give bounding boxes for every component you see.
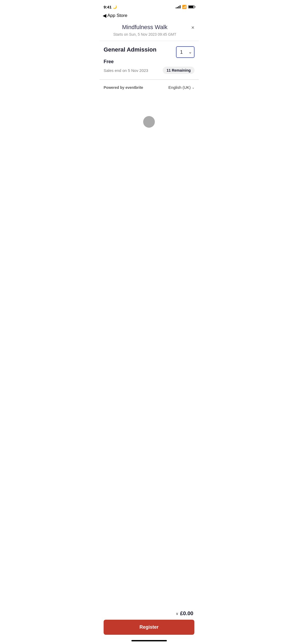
status-right: 📶 xyxy=(176,5,195,9)
signal-bar-3 xyxy=(178,6,179,8)
status-time: 9:41 xyxy=(104,5,112,9)
ticket-sales-row: Sales end on 5 Nov 2023 11 Remaining xyxy=(104,67,195,74)
footer-info: Powered by eventbrite English (UK) ⌄ xyxy=(100,80,199,95)
close-button[interactable]: × xyxy=(191,25,195,30)
status-bar: 9:41 🌙 📶 xyxy=(100,0,199,12)
language-label: English (UK) xyxy=(168,85,191,90)
signal-bars xyxy=(176,5,180,8)
ticket-sales-end: Sales end on 5 Nov 2023 xyxy=(104,68,148,73)
wifi-icon: 📶 xyxy=(182,5,187,9)
battery-icon xyxy=(188,5,195,8)
powered-by-prefix: Powered by xyxy=(104,85,125,90)
page-subtitle: Starts on Sun, 5 Nov 2023 09:45 GMT xyxy=(104,32,186,36)
page-header: Mindfulness Walk Starts on Sun, 5 Nov 20… xyxy=(100,21,199,41)
powered-by: Powered by eventbrite xyxy=(104,85,143,90)
loading-spinner xyxy=(143,116,155,128)
content-area xyxy=(100,95,199,149)
quantity-select[interactable]: 1 2 3 4 5 xyxy=(176,46,195,58)
signal-bar-2 xyxy=(177,7,178,8)
nav-bar: ◀ App Store xyxy=(100,12,199,21)
remaining-badge: 11 Remaining xyxy=(163,67,194,74)
quantity-wrapper[interactable]: 1 2 3 4 5 xyxy=(176,46,195,58)
main-content: General Admission 1 2 3 4 5 Free Sales e… xyxy=(100,41,199,191)
ticket-price: Free xyxy=(104,59,195,65)
back-label: App Store xyxy=(107,13,128,18)
ticket-row: General Admission 1 2 3 4 5 xyxy=(104,46,195,58)
moon-icon: 🌙 xyxy=(113,5,117,9)
battery-fill xyxy=(189,6,193,8)
ticket-section: General Admission 1 2 3 4 5 Free Sales e… xyxy=(100,41,199,79)
signal-bar-1 xyxy=(176,7,177,8)
signal-bar-4 xyxy=(180,5,180,8)
status-left: 9:41 🌙 xyxy=(104,5,117,9)
powered-by-brand: eventbrite xyxy=(125,85,143,90)
ticket-name: General Admission xyxy=(104,46,176,53)
language-chevron-icon: ⌄ xyxy=(192,86,195,89)
page-title: Mindfulness Walk xyxy=(104,24,186,31)
back-arrow-icon: ◀ xyxy=(103,13,106,19)
language-select[interactable]: English (UK) ⌄ xyxy=(168,85,194,90)
back-button[interactable]: ◀ App Store xyxy=(103,13,128,19)
